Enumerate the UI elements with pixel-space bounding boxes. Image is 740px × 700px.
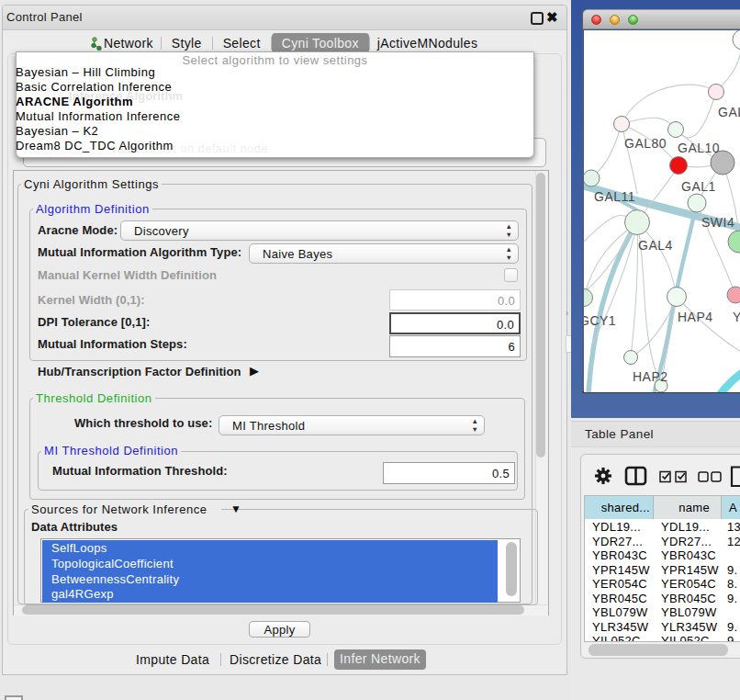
svg-text:GCY1: GCY1 [584,313,616,328]
svg-text:GAL: GAL [718,105,740,119]
svg-text:GAL10: GAL10 [678,141,720,155]
svg-text:GAL4: GAL4 [638,238,673,253]
svg-text:SWI4: SWI4 [701,215,734,230]
svg-text:Y: Y [733,310,740,324]
svg-text:GAL80: GAL80 [624,136,667,151]
svg-text:GAL11: GAL11 [594,189,635,204]
svg-text:HAP2: HAP2 [633,369,668,384]
svg-text:HAP4: HAP4 [678,310,713,324]
svg-text:GAL1: GAL1 [681,179,716,194]
